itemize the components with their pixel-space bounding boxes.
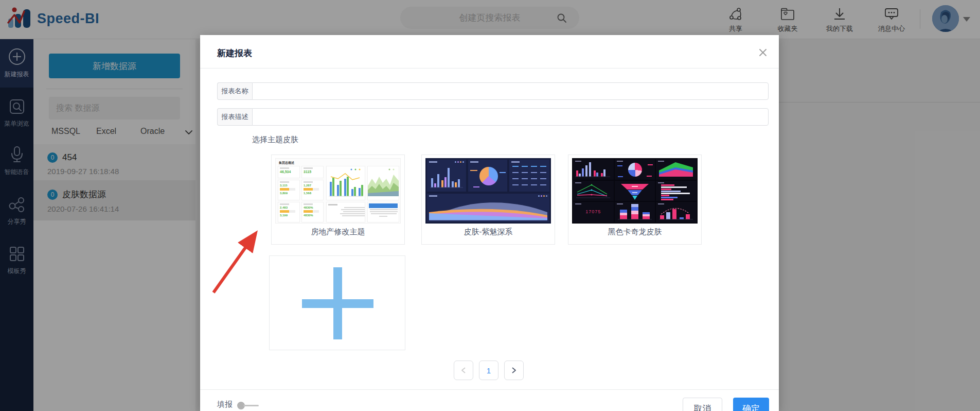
mini-funnel-chart [615,181,655,201]
modal-close-button[interactable] [756,45,770,60]
theme-thumbnail [425,158,551,224]
close-icon [759,48,767,57]
theme-caption: 房地产修改主题 [272,227,404,237]
skin-section-label: 选择主题皮肤 [252,135,298,145]
mini-bar-chart [427,160,466,192]
report-name-row: 报表名称 [217,82,769,100]
mini-line-chart [573,181,613,201]
theme-caption: 皮肤-紫魅深系 [422,227,555,237]
thumb-title: 集团总概述 [279,161,294,165]
plus-icon [302,299,373,308]
thumb-big-number: 17075 [573,209,614,214]
pagination-page-1[interactable]: 1 [479,361,498,380]
report-desc-label: 报表描述 [217,108,252,126]
chevron-left-icon [460,367,467,374]
theme-thumbnail: 集团总概述 46,534 3115 3,1153,809 1,2871,568 … [275,158,401,224]
mini-stacked-columns [615,202,655,222]
mini-bar-chart [327,166,365,200]
modal-title: 新建报表 [217,47,252,59]
mini-combo-chart [656,202,696,222]
report-name-input[interactable] [252,82,769,100]
fill-report-label: 填报 [217,400,233,409]
new-report-modal: 新建报表 报表名称 报表描述 选择主题皮肤 集团总概述 46,534 3115 … [200,35,779,411]
theme-card-purple-dark[interactable]: 皮肤-紫魅深系 [421,155,555,245]
mini-stacked-area [656,159,696,179]
chevron-right-icon [511,367,517,374]
theme-thumbnail: 17075 [572,158,698,224]
mini-bar-chart [573,159,613,179]
mini-pie-chart [628,163,642,177]
mini-pie-chart [479,167,498,185]
cancel-button[interactable]: 取消 [683,398,722,411]
mini-area-chart [427,194,549,222]
theme-caption: 黑色卡奇龙皮肤 [568,227,701,237]
report-name-label: 报表名称 [217,82,252,100]
modal-header-divider [200,68,779,68]
confirm-button[interactable]: 确定 [733,398,769,411]
theme-card-realestate[interactable]: 集团总概述 46,534 3115 3,1153,809 1,2871,568 … [271,155,405,245]
theme-card-black[interactable]: 17075 [568,155,702,245]
report-desc-input[interactable] [252,108,769,126]
report-desc-row: 报表描述 [217,108,769,126]
modal-footer-divider [200,389,779,390]
pagination-next-button[interactable] [504,361,524,380]
pagination-prev-button[interactable] [454,361,473,380]
add-theme-card[interactable] [269,255,405,350]
fill-report-toggle-track [243,405,259,406]
mini-area-chart [368,166,399,200]
